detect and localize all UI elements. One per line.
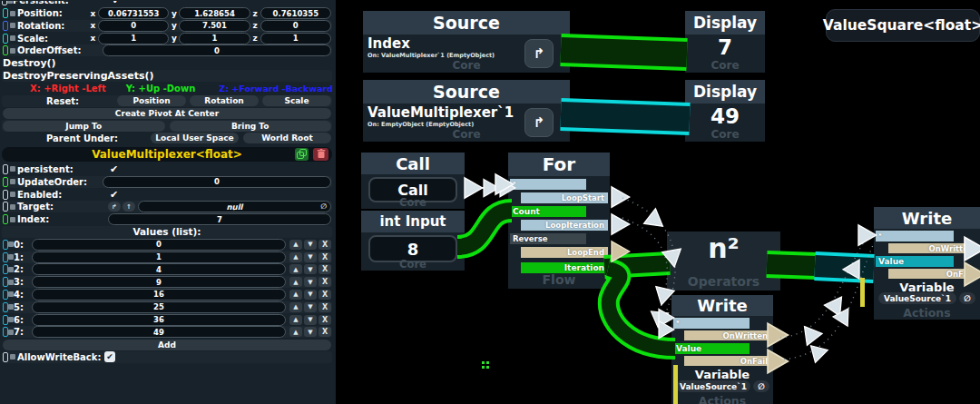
enabled-checkbox[interactable]: ✔: [110, 190, 118, 200]
node-source-multiplexer[interactable]: Source ValueMultiplexer`1 On: EmptyObjec…: [363, 80, 570, 142]
target-up-icon[interactable]: ↑: [122, 202, 135, 212]
move-down-button[interactable]: ▼: [304, 277, 317, 287]
node-square[interactable]: n² Operators: [667, 232, 780, 291]
destroy-button[interactable]: Destroy(): [3, 57, 56, 69]
type-pill[interactable]: ValueSquare<float>: [826, 9, 980, 42]
impulse-input-slot[interactable]: *: [876, 231, 954, 241]
count-input[interactable]: Count: [510, 206, 586, 217]
move-down-button[interactable]: ▼: [304, 327, 317, 337]
remove-item-button[interactable]: X: [318, 277, 331, 287]
remove-item-button[interactable]: X: [318, 240, 331, 250]
update-order-field[interactable]: 0: [103, 176, 331, 188]
variable-ref-pill[interactable]: ValueSource`1: [676, 380, 750, 392]
target-jump-icon[interactable]: ↱: [108, 202, 121, 212]
node-header: Call: [361, 153, 465, 174]
jump-to-button[interactable]: Jump To: [3, 121, 165, 132]
item-value-field[interactable]: 49: [32, 326, 286, 338]
clear-variable-icon[interactable]: ∅: [959, 292, 975, 304]
scale-x-field[interactable]: 1: [98, 33, 169, 44]
item-value-field[interactable]: 4: [32, 263, 286, 275]
comp-persistent-checkbox[interactable]: ✔: [110, 164, 118, 174]
component-title-bar[interactable]: ValueMultiplexer<float>: [2, 147, 332, 162]
move-up-button[interactable]: ▲: [289, 290, 302, 300]
duplicate-icon[interactable]: [295, 148, 309, 161]
node-int-input[interactable]: int Input 8 Core: [361, 211, 465, 271]
variable-ref-pill[interactable]: ValueSource`1: [878, 292, 956, 304]
add-item-button[interactable]: Add: [3, 340, 331, 350]
reset-scale-button[interactable]: Scale: [262, 95, 331, 106]
item-value-field[interactable]: 16: [32, 289, 286, 301]
move-down-button[interactable]: ▼: [304, 252, 317, 262]
move-up-button[interactable]: ▲: [289, 264, 302, 274]
remove-item-button[interactable]: X: [318, 264, 331, 274]
create-pivot-button[interactable]: Create Pivot At Center: [3, 108, 331, 119]
delete-icon[interactable]: [313, 148, 328, 161]
node-write-mid[interactable]: Write * OnWritten Value OnFail Variable …: [671, 295, 773, 404]
clear-variable-icon[interactable]: ∅: [753, 380, 769, 392]
on-written-output[interactable]: OnWritten: [888, 243, 977, 253]
target-field[interactable]: null ∅: [138, 201, 331, 212]
move-down-button[interactable]: ▼: [304, 264, 317, 274]
scale-z-field[interactable]: 1: [260, 33, 331, 44]
item-value-field[interactable]: 25: [32, 301, 286, 313]
node-display-index[interactable]: Display 7 Core: [685, 11, 765, 73]
move-up-button[interactable]: ▲: [289, 315, 302, 325]
remove-item-button[interactable]: X: [318, 252, 331, 262]
local-user-space-button[interactable]: Local User Space: [151, 133, 239, 143]
remove-item-button[interactable]: X: [318, 327, 331, 337]
item-value-field[interactable]: 0: [32, 239, 286, 251]
rotation-x-field[interactable]: 0: [98, 20, 169, 32]
value-input[interactable]: Value: [673, 343, 750, 354]
position-z-field[interactable]: 0.7610355: [260, 7, 331, 19]
move-down-button[interactable]: ▼: [304, 302, 317, 312]
reset-position-button[interactable]: Position: [117, 95, 186, 106]
rotation-z-field[interactable]: 0: [260, 20, 331, 32]
y-letter: y: [169, 9, 179, 18]
reverse-input[interactable]: Reverse: [510, 233, 586, 244]
move-up-button[interactable]: ▲: [289, 277, 302, 287]
allow-write-back-checkbox[interactable]: ✔: [104, 351, 115, 362]
node-source-index[interactable]: Source Index On: ValueMultiplexer`1 (Emp…: [363, 11, 570, 73]
move-down-button[interactable]: ▼: [304, 315, 317, 325]
on-written-output[interactable]: OnWritten: [684, 330, 771, 340]
move-up-button[interactable]: ▲: [289, 327, 302, 337]
remove-item-button[interactable]: X: [318, 302, 331, 312]
remove-item-button[interactable]: X: [318, 290, 331, 300]
order-offset-field[interactable]: 0: [103, 44, 331, 56]
scale-y-field[interactable]: 1: [179, 33, 250, 44]
impulse-input-slot[interactable]: *: [673, 318, 750, 329]
on-fail-output[interactable]: OnFail: [684, 356, 771, 366]
index-field[interactable]: 7: [108, 213, 331, 225]
destroy-preserving-assets-button[interactable]: DestroyPreservingAssets(): [3, 70, 154, 82]
node-call[interactable]: Call Call Core: [361, 153, 465, 209]
position-y-field[interactable]: 1.628654: [179, 7, 250, 19]
move-up-button[interactable]: ▲: [289, 240, 302, 250]
node-header: For: [508, 153, 610, 176]
position-x-field[interactable]: 0.06731553: [98, 7, 169, 19]
item-value-field[interactable]: 1: [32, 251, 286, 263]
clear-target-icon[interactable]: ∅: [320, 202, 327, 211]
on-fail-output[interactable]: OnFail: [888, 269, 977, 279]
move-up-button[interactable]: ▲: [289, 302, 302, 312]
node-for[interactable]: For * LoopStart Count LoopIteration Reve…: [508, 153, 610, 289]
world-root-button[interactable]: World Root: [243, 133, 331, 143]
loop-start-output[interactable]: LoopStart: [521, 192, 608, 203]
remove-item-button[interactable]: X: [318, 315, 331, 325]
loop-iteration-output[interactable]: LoopIteration: [521, 220, 608, 231]
item-value-field[interactable]: 9: [32, 276, 286, 288]
persistent-checkbox[interactable]: ✔: [113, 1, 121, 5]
value-input[interactable]: Value: [876, 256, 954, 267]
loop-end-output[interactable]: LoopEnd: [521, 247, 608, 258]
item-value-field[interactable]: 36: [32, 314, 286, 326]
move-down-button[interactable]: ▼: [304, 290, 317, 300]
node-display-value[interactable]: Display 49 Core: [685, 80, 765, 142]
bring-to-button[interactable]: Bring To: [170, 121, 332, 132]
reset-rotation-button[interactable]: Rotation: [190, 95, 259, 106]
move-down-button[interactable]: ▼: [304, 240, 317, 250]
impulse-input-slot[interactable]: *: [510, 179, 586, 190]
rotation-label: Rotation:: [17, 21, 64, 31]
move-up-button[interactable]: ▲: [289, 252, 302, 262]
node-write-right[interactable]: Write * OnWritten Value OnFail Variable …: [874, 207, 980, 320]
rotation-y-field[interactable]: 7.501: [179, 20, 250, 32]
row-index: Index: 7: [2, 213, 332, 225]
